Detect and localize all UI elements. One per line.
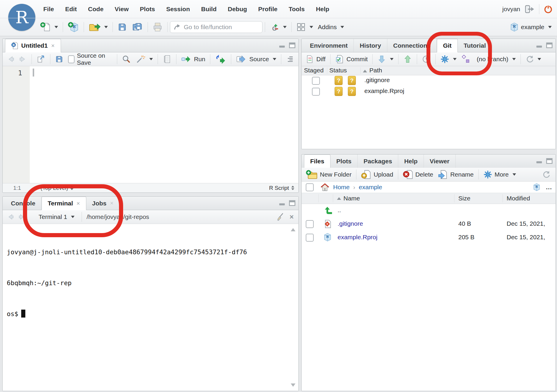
tab-history[interactable]: History xyxy=(354,39,387,52)
file-checkbox[interactable] xyxy=(306,234,314,242)
file-row-gitignore[interactable]: .gitignore 40 B Dec 15, 2021, xyxy=(302,217,556,231)
history-button[interactable] xyxy=(419,53,433,66)
new-project-button[interactable] xyxy=(65,21,81,34)
new-branch-button[interactable] xyxy=(459,53,472,66)
previous-terminal-button[interactable] xyxy=(4,210,17,223)
menu-help[interactable]: Help xyxy=(311,6,334,13)
file-checkbox[interactable] xyxy=(306,220,314,228)
file-row-parent-dir[interactable]: .. xyxy=(302,204,556,217)
scroll-up-icon[interactable] xyxy=(291,228,295,231)
column-size[interactable]: Size xyxy=(458,193,470,204)
find-replace-button[interactable] xyxy=(120,53,133,66)
close-tab-icon[interactable]: × xyxy=(51,42,55,49)
r-project-context-icon[interactable] xyxy=(533,183,541,191)
menu-plots[interactable]: Plots xyxy=(135,6,160,13)
select-all-checkbox[interactable] xyxy=(306,183,314,191)
new-folder-button[interactable]: New Folder xyxy=(303,168,354,181)
terminal-output[interactable]: jovyan@j-jnoli-untitled10-deb0ae4867994f… xyxy=(3,224,298,391)
compile-report-button[interactable] xyxy=(160,53,174,66)
tab-plots[interactable]: Plots xyxy=(330,155,358,168)
addins-button[interactable]: Addins xyxy=(315,21,346,34)
column-staged[interactable]: Staged xyxy=(304,67,324,74)
terminal-selector[interactable]: Terminal 1 xyxy=(36,210,77,223)
file-name[interactable]: .gitignore xyxy=(338,220,363,227)
goto-file-input[interactable] xyxy=(183,23,252,31)
tab-help[interactable]: Help xyxy=(398,155,424,168)
power-quit-icon[interactable] xyxy=(543,4,553,14)
refresh-button[interactable] xyxy=(523,53,543,66)
file-name[interactable]: example.Rproj xyxy=(338,234,377,241)
refresh-files-icon[interactable] xyxy=(542,170,550,179)
staged-checkbox[interactable] xyxy=(312,88,320,96)
print-button[interactable] xyxy=(150,21,165,34)
menu-tools[interactable]: Tools xyxy=(284,6,310,13)
minimize-icon[interactable] xyxy=(536,42,543,48)
upload-button[interactable]: Upload xyxy=(359,168,396,181)
scroll-down-icon[interactable] xyxy=(291,383,295,387)
more-button[interactable]: More xyxy=(481,168,518,181)
column-modified[interactable]: Modified xyxy=(507,193,530,204)
pull-button[interactable] xyxy=(375,53,396,66)
tab-jobs[interactable]: Jobs× xyxy=(86,197,120,210)
version-control-button[interactable] xyxy=(267,21,289,34)
tab-packages[interactable]: Packages xyxy=(358,155,398,168)
save-document-button[interactable] xyxy=(53,53,66,66)
forward-button[interactable] xyxy=(18,53,29,66)
menu-file[interactable]: File xyxy=(38,6,59,13)
file-name[interactable]: .. xyxy=(338,207,341,214)
tab-files[interactable]: Files xyxy=(304,155,330,168)
source-on-save-checkbox[interactable]: Source on Save xyxy=(66,53,115,66)
go-up-directory-icon[interactable] xyxy=(324,206,333,215)
minimize-icon[interactable] xyxy=(536,158,543,164)
maximize-icon[interactable] xyxy=(289,200,295,206)
tab-environment[interactable]: Environment xyxy=(304,39,354,52)
project-selector[interactable]: example xyxy=(510,18,552,36)
git-row-gitignore[interactable]: ? ? .gitignore xyxy=(302,75,556,86)
file-row-rproj[interactable]: example.Rproj 205 B Dec 15, 2021, xyxy=(302,231,556,244)
popout-window-button[interactable] xyxy=(34,53,48,66)
menu-edit[interactable]: Edit xyxy=(60,6,82,13)
staged-checkbox[interactable] xyxy=(312,77,320,85)
save-button[interactable] xyxy=(115,21,129,34)
next-terminal-button[interactable] xyxy=(17,210,28,223)
rerun-button[interactable] xyxy=(213,53,229,66)
git-row-rproj[interactable]: ? ? example.Rproj xyxy=(302,86,556,97)
column-path[interactable]: Path xyxy=(363,67,382,74)
document-outline-button[interactable] xyxy=(284,53,297,66)
more-path-button[interactable]: ... xyxy=(546,184,552,191)
menu-code[interactable]: Code xyxy=(83,6,109,13)
back-button[interactable] xyxy=(4,53,18,66)
new-file-button[interactable] xyxy=(38,21,60,34)
minimize-icon[interactable] xyxy=(279,42,285,48)
tab-terminal[interactable]: Terminal× xyxy=(42,197,86,210)
branch-selector[interactable]: (no branch) xyxy=(474,53,518,66)
save-all-button[interactable] xyxy=(129,21,145,34)
tab-tutorial[interactable]: Tutorial xyxy=(458,39,492,52)
clear-terminal-icon[interactable] xyxy=(275,212,284,221)
maximize-icon[interactable] xyxy=(546,42,553,48)
commit-button[interactable]: Commit xyxy=(333,53,370,66)
push-button[interactable] xyxy=(401,53,414,66)
workspace-panes-button[interactable] xyxy=(294,21,315,34)
home-icon[interactable] xyxy=(320,183,330,192)
tab-git[interactable]: Git xyxy=(437,39,458,52)
rename-button[interactable]: Rename xyxy=(436,168,476,181)
close-terminal-icon[interactable]: × xyxy=(290,213,294,221)
menu-build[interactable]: Build xyxy=(196,6,222,13)
checkbox-icon[interactable] xyxy=(68,55,75,63)
tab-console[interactable]: Console xyxy=(5,197,42,210)
delete-button[interactable]: Delete xyxy=(401,168,436,181)
menu-debug[interactable]: Debug xyxy=(223,6,252,13)
column-name[interactable]: Name xyxy=(337,193,360,204)
menu-view[interactable]: View xyxy=(110,6,133,13)
code-tools-button[interactable] xyxy=(133,53,155,66)
run-button[interactable]: Run xyxy=(178,53,208,66)
git-settings-button[interactable] xyxy=(438,53,459,66)
column-status[interactable]: Status xyxy=(329,67,347,74)
breadcrumb-home[interactable]: Home xyxy=(333,184,350,191)
breadcrumb-current[interactable]: example xyxy=(359,184,382,191)
minimize-icon[interactable] xyxy=(279,200,285,206)
open-file-button[interactable] xyxy=(86,21,110,34)
menu-profile[interactable]: Profile xyxy=(253,6,282,13)
close-tab-icon[interactable]: × xyxy=(110,200,114,207)
